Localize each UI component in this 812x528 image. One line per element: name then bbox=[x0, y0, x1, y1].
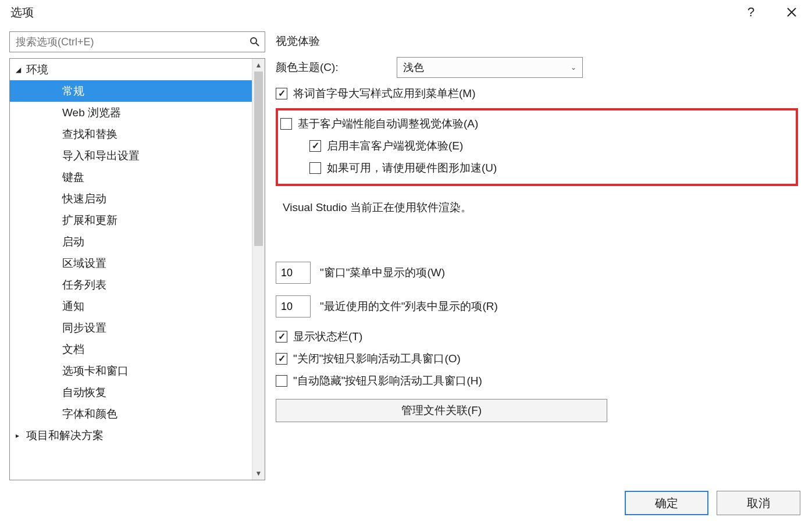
rich-client-checkbox[interactable] bbox=[309, 140, 321, 152]
help-button[interactable]: ? bbox=[739, 3, 763, 21]
tree-item-label: 字体和颜色 bbox=[62, 406, 117, 422]
tree-item-label: 常规 bbox=[62, 84, 84, 99]
mru-items-input[interactable] bbox=[276, 295, 311, 317]
titlecase-label: 将词首字母大写样式应用到菜单栏(M) bbox=[293, 86, 475, 101]
tree-item-label: 查找和替换 bbox=[62, 127, 117, 142]
tree-item-label: 同步设置 bbox=[62, 320, 106, 336]
options-tree[interactable]: ◢ 环境 常规 Web 浏览器 查找和替换 导入和导出设置 键盘 快速启动 扩展… bbox=[10, 59, 252, 480]
tree-item-auto-recover[interactable]: 自动恢复 bbox=[10, 381, 252, 403]
tree-item-label: 文档 bbox=[62, 342, 84, 357]
ok-button[interactable]: 确定 bbox=[625, 491, 708, 515]
cancel-button[interactable]: 取消 bbox=[717, 491, 800, 515]
tree-node-label: 环境 bbox=[26, 62, 48, 77]
tree-item-label: 快速启动 bbox=[62, 191, 106, 206]
tree-item-general[interactable]: 常规 bbox=[10, 80, 252, 102]
ok-label: 确定 bbox=[655, 495, 678, 511]
tree-item-label: 导入和导出设置 bbox=[62, 148, 140, 163]
close-active-checkbox[interactable] bbox=[276, 353, 287, 365]
scroll-thumb[interactable] bbox=[254, 72, 263, 246]
titlebar: 选项 ? bbox=[0, 0, 812, 24]
tree-item-web-browser[interactable]: Web 浏览器 bbox=[10, 102, 252, 123]
status-bar-checkbox[interactable] bbox=[276, 331, 287, 343]
render-status: Visual Studio 当前正在使用软件渲染。 bbox=[283, 200, 798, 215]
theme-combobox[interactable]: 浅色 ⌄ bbox=[397, 57, 583, 78]
autohide-active-checkbox[interactable] bbox=[276, 375, 287, 387]
manage-file-assoc-label: 管理文件关联(F) bbox=[401, 403, 482, 418]
auto-adjust-checkbox[interactable] bbox=[280, 118, 292, 130]
close-button[interactable] bbox=[779, 3, 804, 21]
close-icon bbox=[786, 7, 797, 17]
window-items-input[interactable] bbox=[276, 262, 311, 284]
tree-item-startup[interactable]: 启动 bbox=[10, 231, 252, 252]
rich-client-label: 启用丰富客户端视觉体验(E) bbox=[327, 138, 463, 154]
search-input[interactable] bbox=[10, 34, 245, 51]
tree-item-tabs-windows[interactable]: 选项卡和窗口 bbox=[10, 360, 252, 381]
tree-panel: ◢ 环境 常规 Web 浏览器 查找和替换 导入和导出设置 键盘 快速启动 扩展… bbox=[9, 58, 265, 480]
tree-item-label: 选项卡和窗口 bbox=[62, 363, 129, 379]
settings-panel: 视觉体验 颜色主题(C): 浅色 ⌄ 将词首字母大写样式应用到菜单栏(M) 基于… bbox=[276, 31, 803, 480]
tree-item-label: 自动恢复 bbox=[62, 385, 106, 400]
cancel-label: 取消 bbox=[747, 495, 770, 511]
theme-label: 颜色主题(C): bbox=[276, 60, 339, 75]
tree-item-label: 任务列表 bbox=[62, 277, 106, 292]
autohide-active-label: "自动隐藏"按钮只影响活动工具窗口(H) bbox=[293, 373, 482, 388]
tree-item-label: 启动 bbox=[62, 234, 84, 249]
tree-item-label: 通知 bbox=[62, 299, 84, 314]
tree-item-label: Web 浏览器 bbox=[62, 105, 121, 120]
tree-item-import-export[interactable]: 导入和导出设置 bbox=[10, 145, 252, 166]
caret-right-icon: ▸ bbox=[16, 431, 19, 440]
tree-item-find-replace[interactable]: 查找和替换 bbox=[10, 123, 252, 145]
manage-file-assoc-button[interactable]: 管理文件关联(F) bbox=[276, 399, 607, 422]
tree-item-extensions[interactable]: 扩展和更新 bbox=[10, 209, 252, 231]
close-active-label: "关闭"按钮只影响活动工具窗口(O) bbox=[293, 351, 461, 366]
auto-adjust-label: 基于客户端性能自动调整视觉体验(A) bbox=[298, 116, 478, 131]
caret-down-icon: ◢ bbox=[16, 66, 21, 74]
dialog-title: 选项 bbox=[10, 5, 34, 20]
tree-node-environment[interactable]: ◢ 环境 bbox=[10, 59, 252, 80]
tree-item-locale[interactable]: 区域设置 bbox=[10, 252, 252, 274]
tree-item-task-list[interactable]: 任务列表 bbox=[10, 274, 252, 295]
tree-item-sync-settings[interactable]: 同步设置 bbox=[10, 317, 252, 338]
mru-items-label: "最近使用的文件"列表中显示的项(R) bbox=[320, 299, 498, 314]
scroll-up-icon[interactable]: ▲ bbox=[252, 59, 265, 72]
visual-section-title: 视觉体验 bbox=[276, 34, 798, 49]
search-icon[interactable] bbox=[245, 37, 265, 47]
tree-item-label: 键盘 bbox=[62, 170, 84, 185]
tree-item-keyboard[interactable]: 键盘 bbox=[10, 166, 252, 188]
chevron-down-icon: ⌄ bbox=[571, 63, 576, 72]
hw-accel-checkbox[interactable] bbox=[309, 162, 321, 174]
tree-node-projects[interactable]: ▸ 项目和解决方案 bbox=[10, 424, 252, 446]
scroll-down-icon[interactable]: ▼ bbox=[252, 467, 265, 480]
window-items-label: "窗口"菜单中显示的项(W) bbox=[320, 265, 445, 280]
search-box[interactable] bbox=[9, 31, 265, 52]
theme-value: 浅色 bbox=[403, 60, 424, 74]
status-bar-label: 显示状态栏(T) bbox=[293, 329, 362, 344]
tree-node-label: 项目和解决方案 bbox=[26, 428, 104, 443]
dialog-footer: 确定 取消 bbox=[0, 480, 812, 528]
tree-item-documents[interactable]: 文档 bbox=[10, 338, 252, 360]
titlecase-checkbox[interactable] bbox=[276, 88, 287, 99]
svg-point-0 bbox=[251, 38, 257, 44]
highlighted-group: 基于客户端性能自动调整视觉体验(A) 启用丰富客户端视觉体验(E) 如果可用，请… bbox=[276, 108, 798, 186]
hw-accel-label: 如果可用，请使用硬件图形加速(U) bbox=[327, 160, 497, 176]
tree-item-label: 区域设置 bbox=[62, 256, 106, 271]
tree-item-fonts-colors[interactable]: 字体和颜色 bbox=[10, 403, 252, 424]
tree-item-notifications[interactable]: 通知 bbox=[10, 295, 252, 317]
tree-scrollbar[interactable]: ▲ ▼ bbox=[252, 59, 265, 480]
tree-item-quick-launch[interactable]: 快速启动 bbox=[10, 188, 252, 209]
tree-item-label: 扩展和更新 bbox=[62, 213, 117, 228]
